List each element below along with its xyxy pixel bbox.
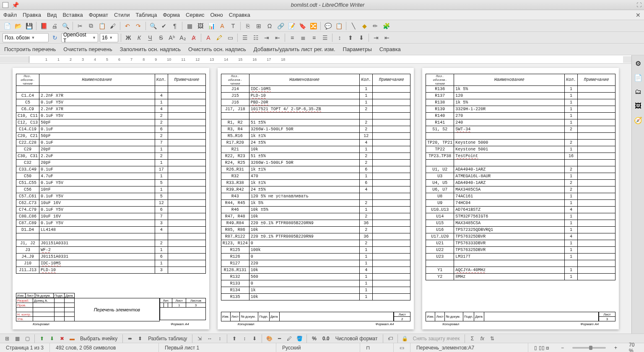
table-border-icon[interactable]: ⊞ <box>3 335 11 342</box>
split-cells-icon[interactable]: ⬍ <box>136 335 144 342</box>
percent-label[interactable]: % <box>312 336 317 342</box>
extension-icon[interactable]: 🧩 <box>382 21 391 31</box>
sort-icon[interactable]: ⇅ <box>488 335 496 342</box>
menu-table[interactable]: Таблица <box>135 12 157 18</box>
status-pagestyle[interactable]: Первый лист 1 <box>159 343 276 352</box>
page-3[interactable]: Поз.обозна-чениеНаименованиеКол.Примечан… <box>422 68 619 329</box>
paragraph-style-dropdown[interactable]: Поз. обозн▼ <box>3 33 49 42</box>
table-row-icon[interactable]: ▬ <box>68 335 76 342</box>
bom-table-2[interactable]: Поз.обозна-чениеНаименованиеКол.Примечан… <box>221 74 411 300</box>
help-button[interactable]: Справка <box>379 46 401 52</box>
line-icon[interactable]: ╲ <box>349 21 358 31</box>
autoformat-icon[interactable]: 🎨 <box>265 335 273 342</box>
split-table-label[interactable]: Разбить таблицу <box>148 336 187 342</box>
insert-row-below-icon[interactable]: ⬇ <box>48 335 56 342</box>
para-spacing-dec-icon[interactable]: ⬇ <box>357 33 366 42</box>
menu-styles[interactable]: Стили <box>114 12 130 18</box>
align-center-icon[interactable]: ≣ <box>299 33 308 42</box>
status-cellref[interactable]: Перечень_элементов:A7 <box>410 343 528 352</box>
menu-form[interactable]: Форма <box>163 12 180 18</box>
insert-row-above-icon[interactable]: ⬆ <box>38 335 46 342</box>
menu-edit[interactable]: Правка <box>23 12 41 18</box>
view-layout[interactable]: ▯ ▯▯ ⧈ <box>528 343 555 352</box>
clone-format-icon[interactable]: 🖌 <box>108 21 117 31</box>
export-pdf-icon[interactable]: 📕 <box>39 21 48 31</box>
font-size-dropdown[interactable]: 16▼ <box>100 33 118 42</box>
copy-icon[interactable]: ⧉ <box>86 21 96 31</box>
field-icon[interactable]: ⊞ <box>254 21 263 31</box>
zoom-in-icon[interactable]: + <box>608 343 623 352</box>
num-format-label[interactable]: Числовой формат <box>335 336 378 342</box>
track-changes-icon[interactable]: 📋 <box>334 21 343 31</box>
undo-icon[interactable]: ↶ <box>123 21 132 31</box>
italic-icon[interactable]: К <box>135 33 144 42</box>
spellcheck-icon[interactable]: ✔ <box>159 21 169 31</box>
menu-view[interactable]: Вид <box>47 12 57 18</box>
bold-icon[interactable]: Ж <box>124 33 133 42</box>
clear-format-icon[interactable]: A̷ <box>189 33 198 42</box>
chart-icon[interactable]: 📊 <box>207 21 216 31</box>
clear-list-button[interactable]: Очистить перечень <box>63 46 112 52</box>
line-spacing-icon[interactable]: ↕ <box>335 33 344 42</box>
add-remove-sheet-button[interactable]: Добавить/удалить лист рег. изм. <box>254 46 335 52</box>
status-lang[interactable]: Русский <box>276 343 360 352</box>
zoom-slider[interactable] <box>572 347 606 349</box>
page-break-icon[interactable]: ⎘ <box>243 21 252 31</box>
table-box-icon[interactable]: ▢ <box>23 335 31 342</box>
menu-window[interactable]: Окно <box>210 12 223 18</box>
basic-shapes-icon[interactable]: ◆ <box>360 21 369 31</box>
decrease-indent-icon[interactable]: ⇤ <box>273 33 282 42</box>
draw-func-icon[interactable]: ✏ <box>371 21 380 31</box>
underline-icon[interactable]: Ч <box>145 33 155 42</box>
border-color-icon[interactable]: 🖊 <box>286 335 293 342</box>
hyperlink-icon[interactable]: 🔗 <box>276 21 285 31</box>
menu-help[interactable]: Справка <box>229 12 250 18</box>
page-1[interactable]: Поз.обозна-чениеНаименованиеКол.Примечан… <box>13 68 209 329</box>
print-icon[interactable]: 🖨 <box>50 21 59 31</box>
align-justify-icon[interactable]: ☰ <box>320 33 330 42</box>
zero-label[interactable]: 0.0 <box>322 336 330 342</box>
caption-icon[interactable]: 🏷 <box>387 335 394 342</box>
paste-icon[interactable]: 📋 <box>97 21 106 31</box>
redo-icon[interactable]: ↷ <box>134 21 143 31</box>
window-restore-right-icon[interactable]: ⛶ <box>636 2 641 8</box>
fill-titleblock-button[interactable]: Заполнить осн. надпись <box>120 46 181 52</box>
menu-format[interactable]: Формат <box>89 12 108 18</box>
textbox-icon[interactable]: T <box>229 21 238 31</box>
page-2[interactable]: Поз.обозна-чениеНаименованиеКол.Примечан… <box>218 68 414 329</box>
char-bg-icon[interactable]: ▭ <box>226 33 235 42</box>
table-icon[interactable]: ▦ <box>185 21 194 31</box>
pin-icon[interactable]: 📌 <box>12 2 19 8</box>
status-words[interactable]: 492 слов, 2 058 символов <box>50 343 159 352</box>
sum-icon[interactable]: Σ <box>468 335 476 342</box>
update-style-icon[interactable]: ↻ <box>50 33 60 42</box>
border-style-icon[interactable]: ━ <box>275 335 283 342</box>
save-icon[interactable]: 💾 <box>24 21 34 31</box>
indent-inc-icon[interactable]: ⇥ <box>371 33 381 42</box>
table-grid-icon[interactable]: ▦ <box>13 335 21 342</box>
zoom-value[interactable]: 70 % <box>623 343 644 352</box>
row-height-icon[interactable]: ↕ <box>216 335 223 342</box>
open-icon[interactable]: 📂 <box>13 21 23 31</box>
sidebar-gallery-icon[interactable]: 🖼 <box>634 101 643 111</box>
align-top-icon[interactable]: ⬆ <box>231 335 238 342</box>
window-restore-icon[interactable] <box>3 2 8 8</box>
increase-indent-icon[interactable]: ⇥ <box>262 33 271 42</box>
doc-close-icon[interactable]: ✕ <box>636 12 641 18</box>
number-list-icon[interactable]: ☷ <box>251 33 260 42</box>
textbox-char-icon[interactable]: A <box>218 21 227 31</box>
bg-color-icon[interactable]: 🪣 <box>296 335 303 342</box>
sidebar-styles-icon[interactable]: 🗂 <box>634 87 643 96</box>
font-color-icon[interactable]: A <box>204 33 213 42</box>
ruler-horizontal[interactable]: 1123456789101112131415161718 <box>0 55 631 64</box>
align-bottom-icon[interactable]: ⬇ <box>251 335 258 342</box>
params-button[interactable]: Параметры <box>343 46 372 52</box>
new-icon[interactable]: 📄 <box>3 21 12 31</box>
menu-tools[interactable]: Сервис <box>186 12 205 18</box>
sidebar-page-icon[interactable]: 📄 <box>634 73 643 82</box>
zoom-out-icon[interactable]: − <box>555 343 570 352</box>
cross-ref-icon[interactable]: 🔀 <box>309 21 318 31</box>
cut-icon[interactable]: ✂ <box>75 21 85 31</box>
clear-titleblock-button[interactable]: Очистить осн. надпись <box>188 46 246 52</box>
merge-cells-icon[interactable]: ⬌ <box>126 335 134 342</box>
